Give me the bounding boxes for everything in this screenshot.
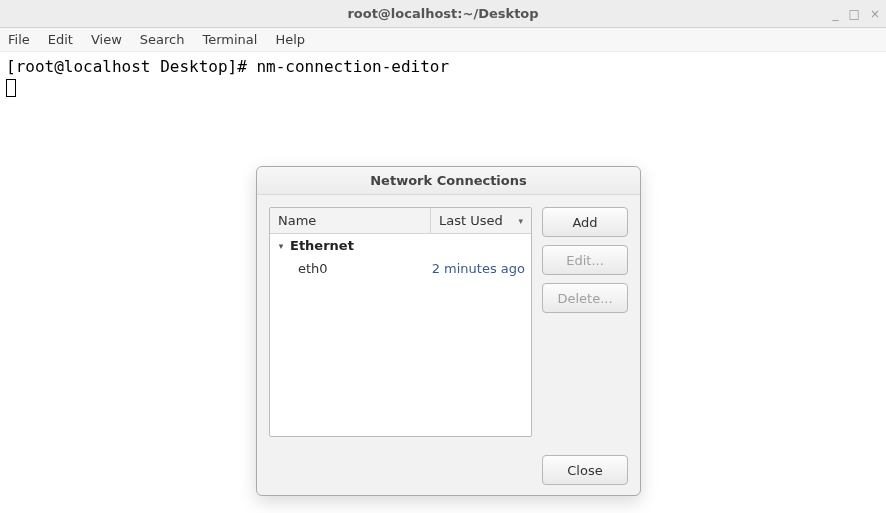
menu-file[interactable]: File: [8, 32, 30, 47]
terminal-line: [root@localhost Desktop]# nm-connection-…: [6, 56, 880, 78]
column-last-used[interactable]: Last Used ▾: [431, 208, 531, 233]
list-header: Name Last Used ▾: [270, 208, 531, 234]
connection-list[interactable]: Name Last Used ▾ ▾ Ethernet eth0 2 minut…: [269, 207, 532, 437]
terminal-area[interactable]: [root@localhost Desktop]# nm-connection-…: [0, 52, 886, 103]
button-column: Add Edit... Delete...: [542, 207, 628, 437]
dialog-body: Name Last Used ▾ ▾ Ethernet eth0 2 minut…: [257, 195, 640, 445]
desktop: root@localhost:~/Desktop _ □ × File Edit…: [0, 0, 886, 513]
window-controls: _ □ ×: [833, 0, 880, 28]
menu-terminal[interactable]: Terminal: [202, 32, 257, 47]
maximize-button[interactable]: □: [849, 7, 860, 21]
connection-name: eth0: [298, 261, 425, 276]
minimize-button[interactable]: _: [833, 7, 839, 21]
chevron-down-icon: ▾: [518, 216, 523, 226]
group-ethernet[interactable]: ▾ Ethernet: [270, 234, 531, 257]
column-name-label: Name: [278, 213, 316, 228]
dialog-footer: Close: [257, 445, 640, 495]
window-title: root@localhost:~/Desktop: [0, 6, 886, 21]
prompt-text: [root@localhost Desktop]#: [6, 57, 256, 76]
add-button[interactable]: Add: [542, 207, 628, 237]
window-titlebar[interactable]: root@localhost:~/Desktop _ □ ×: [0, 0, 886, 28]
menu-help[interactable]: Help: [275, 32, 305, 47]
edit-button[interactable]: Edit...: [542, 245, 628, 275]
menu-edit[interactable]: Edit: [48, 32, 73, 47]
command-text: nm-connection-editor: [256, 57, 449, 76]
group-label: Ethernet: [290, 238, 354, 253]
terminal-cursor: [6, 79, 16, 97]
column-name[interactable]: Name: [270, 208, 431, 233]
list-rows: ▾ Ethernet eth0 2 minutes ago: [270, 234, 531, 436]
delete-button[interactable]: Delete...: [542, 283, 628, 313]
column-last-used-label: Last Used: [439, 213, 503, 228]
expand-triangle-icon[interactable]: ▾: [276, 241, 286, 251]
menubar: File Edit View Search Terminal Help: [0, 28, 886, 52]
network-connections-dialog: Network Connections Name Last Used ▾ ▾ E…: [256, 166, 641, 496]
connection-last-used: 2 minutes ago: [425, 261, 525, 276]
menu-search[interactable]: Search: [140, 32, 185, 47]
list-item[interactable]: eth0 2 minutes ago: [270, 257, 531, 280]
close-dialog-button[interactable]: Close: [542, 455, 628, 485]
close-button[interactable]: ×: [870, 7, 880, 21]
dialog-title[interactable]: Network Connections: [257, 167, 640, 195]
menu-view[interactable]: View: [91, 32, 122, 47]
